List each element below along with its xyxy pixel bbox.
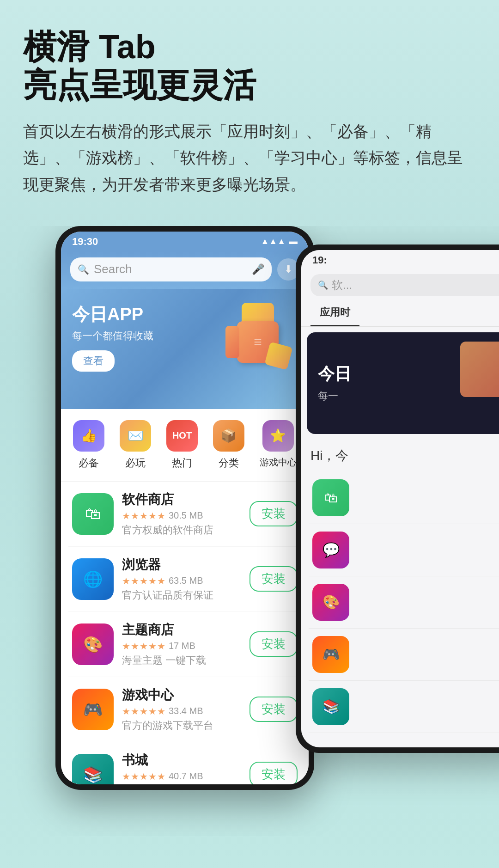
bibei-label: 必备	[79, 456, 99, 470]
status-icons: ▲▲▲ ▬	[261, 237, 298, 246]
app-item-secondary-5[interactable]: 📚	[309, 681, 499, 733]
tab-bar-secondary: 应用时	[301, 300, 499, 327]
subtitle-text: 首页以左右横滑的形式展示「应用时刻」、「必备」、「精选」、「游戏榜」、「软件榜」…	[23, 118, 476, 198]
app-icon-s1: 🛍	[312, 479, 349, 516]
app-icon-s4: 🎮	[312, 636, 349, 673]
main-title: 横滑 Tab 亮点呈现更灵活	[23, 28, 476, 104]
theme-store-icon: 🎨	[72, 623, 114, 665]
search-icon-2: 🔍	[318, 280, 328, 290]
search-icon: 🔍	[78, 264, 89, 275]
install-browser-button[interactable]: 安装	[250, 566, 298, 592]
phone-main-screen: 19:30 ▲▲▲ ▬ 🔍 Search 🎤 ⬇ 今日APP	[61, 232, 309, 784]
app-item-secondary-2[interactable]: 💬	[309, 524, 499, 576]
game-center-stars: ★★★★★ 33.4 MB	[122, 706, 241, 717]
app-icon-s2: 💬	[312, 532, 349, 568]
game-center-app-name: 游戏中心	[122, 686, 241, 704]
category-fenlei[interactable]: 📦 分类	[213, 420, 244, 470]
phone-secondary-screen: 19: ▬ 🔍 软... 应用时 今日 每一	[301, 250, 499, 747]
books-icon: 📚	[72, 754, 114, 784]
app-icon-s5: 📚	[312, 688, 349, 725]
game-center-app-info: 游戏中心 ★★★★★ 33.4 MB 官方的游戏下载平台	[122, 686, 241, 733]
theme-store-stars: ★★★★★ 17 MB	[122, 641, 241, 652]
books-desc: 海量图书想读就读	[122, 784, 241, 784]
fenlei-label: 分类	[219, 456, 239, 470]
phones-container: 19:30 ▲▲▲ ▬ 🔍 Search 🎤 ⬇ 今日APP	[0, 226, 499, 836]
app-list: 🛍 软件商店 ★★★★★ 30.5 MB 官方权威的软件商店 安装	[61, 482, 309, 784]
software-store-icon: 🛍	[72, 493, 114, 535]
browser-name: 浏览器	[122, 556, 241, 574]
bibei-icon: 👍	[73, 420, 104, 452]
app-item-secondary-3[interactable]: 🎨	[309, 576, 499, 629]
banner-section: 今日APP 每一个都值得收藏 查看 ≡	[61, 289, 309, 409]
install-books-button[interactable]: 安装	[250, 762, 298, 784]
fenlei-icon: 📦	[213, 420, 244, 452]
app-item-secondary-1[interactable]: 🛍	[309, 472, 499, 524]
game-center-app-icon: 🎮	[72, 689, 114, 730]
download-icon: ⬇	[284, 263, 292, 275]
app-list-secondary: 🛍 💬 🎨 🎮	[301, 472, 499, 733]
bewan-icon: ✉️	[120, 420, 151, 452]
wifi-icon: ▲▲▲	[261, 237, 286, 246]
banner-decoration: ≡	[225, 303, 290, 377]
time-display-2: 19:	[312, 254, 327, 266]
banner-secondary: 今日 每一	[307, 332, 499, 434]
time-display: 19:30	[72, 236, 98, 248]
banner-2-decoration	[460, 342, 499, 397]
tab-yingyong[interactable]: 应用时	[310, 300, 359, 326]
bewan-label: 必玩	[125, 456, 146, 470]
status-bar-2: 19: ▬	[301, 250, 499, 270]
theme-store-desc: 海量主题 一键下载	[122, 654, 241, 667]
category-bewan[interactable]: ✉️ 必玩	[120, 420, 151, 470]
browser-icon: 🌐	[72, 558, 114, 600]
theme-store-name: 主题商店	[122, 621, 241, 639]
search-box-2[interactable]: 🔍 软...	[310, 274, 499, 296]
hot-icon: HOT	[166, 420, 198, 452]
search-bar-2: 🔍 软...	[301, 270, 499, 300]
theme-store-info: 主题商店 ★★★★★ 17 MB 海量主题 一键下载	[122, 621, 241, 667]
search-bar-container: 🔍 Search 🎤 ⬇	[61, 252, 309, 289]
books-stars: ★★★★★ 40.7 MB	[122, 771, 241, 782]
game-center-icon: ⭐	[262, 420, 294, 452]
tab-jinri[interactable]	[364, 300, 383, 326]
battery-icon: ▬	[289, 237, 298, 246]
phone-main: 19:30 ▲▲▲ ▬ 🔍 Search 🎤 ⬇ 今日APP	[55, 226, 314, 790]
categories-section: 👍 必备 ✉️ 必玩 HOT 热门	[61, 409, 309, 482]
app-item-secondary-4[interactable]: 🎮	[309, 629, 499, 681]
search-placeholder: Search	[94, 262, 247, 276]
greeting-text: Hi，今	[301, 440, 499, 472]
app-item-theme[interactable]: 🎨 主题商店 ★★★★★ 17 MB 海量主题 一键下载 安装	[68, 612, 301, 677]
browser-stars: ★★★★★ 63.5 MB	[122, 575, 241, 587]
software-store-name: 软件商店	[122, 491, 241, 508]
browser-desc: 官方认证品质有保证	[122, 588, 241, 602]
status-bar: 19:30 ▲▲▲ ▬	[61, 232, 309, 252]
phone-secondary: 19: ▬ 🔍 软... 应用时 今日 每一	[296, 245, 499, 753]
banner-button[interactable]: 查看	[72, 350, 115, 372]
category-game-center[interactable]: ⭐ 游戏中心	[260, 420, 297, 470]
game-center-desc: 官方的游戏下载平台	[122, 719, 241, 733]
title-line1: 横滑 Tab	[23, 28, 156, 65]
hot-label: 热门	[172, 456, 192, 470]
install-software-button[interactable]: 安装	[250, 501, 298, 526]
game-center-label: 游戏中心	[260, 456, 297, 469]
software-store-stars: ★★★★★ 30.5 MB	[122, 510, 241, 521]
software-store-desc: 官方权威的软件商店	[122, 523, 241, 537]
books-name: 书城	[122, 752, 241, 769]
title-line2: 亮点呈现更灵活	[23, 67, 256, 104]
category-bibei[interactable]: 👍 必备	[73, 420, 104, 470]
app-item-software[interactable]: 🛍 软件商店 ★★★★★ 30.5 MB 官方权威的软件商店 安装	[68, 482, 301, 547]
search-placeholder-2: 软...	[332, 278, 352, 293]
category-hot[interactable]: HOT 热门	[166, 420, 198, 470]
app-item-game-center[interactable]: 🎮 游戏中心 ★★★★★ 33.4 MB 官方的游戏下载平台 安装	[68, 677, 301, 742]
app-item-browser[interactable]: 🌐 浏览器 ★★★★★ 63.5 MB 官方认证品质有保证 安装	[68, 547, 301, 612]
mic-icon: 🎤	[252, 263, 264, 275]
browser-info: 浏览器 ★★★★★ 63.5 MB 官方认证品质有保证	[122, 556, 241, 602]
software-store-info: 软件商店 ★★★★★ 30.5 MB 官方权威的软件商店	[122, 491, 241, 537]
header-section: 横滑 Tab 亮点呈现更灵活 首页以左右横滑的形式展示「应用时刻」、「必备」、「…	[0, 0, 499, 212]
search-input-box[interactable]: 🔍 Search 🎤	[70, 257, 272, 281]
app-item-books[interactable]: 📚 书城 ★★★★★ 40.7 MB 海量图书想读就读 安装	[68, 742, 301, 784]
install-game-center-button[interactable]: 安装	[250, 697, 298, 722]
install-theme-button[interactable]: 安装	[250, 631, 298, 657]
books-info: 书城 ★★★★★ 40.7 MB 海量图书想读就读	[122, 752, 241, 784]
app-icon-s3: 🎨	[312, 584, 349, 621]
